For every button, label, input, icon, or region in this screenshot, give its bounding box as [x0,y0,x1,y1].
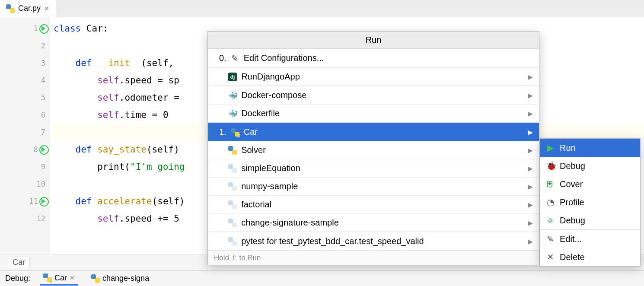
close-icon[interactable]: ✕ [44,5,50,13]
line-number: 7 [41,128,45,137]
chevron-right-icon: ▶ [528,238,533,245]
pytest-icon [228,237,237,246]
run-config-solver[interactable]: Solver ▶ [208,141,539,159]
popup-hint: Hold ⇧ to Run [208,250,539,265]
submenu-profile[interactable]: ◔ Profile [540,193,640,211]
gutter: 1 2 3 4 5 6 7 8 9 10 11 12 [0,17,50,254]
file-tab-car[interactable]: Car.py ✕ [0,0,56,17]
run-config-djangoapp[interactable]: dj RunDjangoApp ▶ [208,67,539,86]
run-popup: Run 0. ✎ Edit Configurations... dj RunDj… [207,31,539,265]
submenu-debug-alt[interactable]: ⎆ Debug [540,211,640,229]
chevron-right-icon: ▶ [528,147,533,154]
submenu-run[interactable]: ▶ Run [540,139,640,157]
line-number: 12 [37,214,45,223]
line-number: 1 [34,24,38,33]
chevron-right-icon: ▶ [528,219,533,226]
run-line-icon[interactable] [41,26,45,31]
edit-icon: ✎ [231,53,239,64]
run-submenu: ▶ Run 🐞 Debug ⛨ Cover ◔ Profile ⎆ Debug … [539,138,641,267]
chevron-right-icon: ▶ [528,201,533,208]
edit-icon: ✎ [546,234,555,244]
docker-icon: 🐳 [228,91,237,100]
debug-toolbar: Debug: Car ✕ change-signa [0,270,644,286]
run-config-dockerfile[interactable]: 🐳 Dockerfile ▶ [208,104,539,122]
submenu-debug[interactable]: 🐞 Debug [540,157,640,175]
python-icon [228,182,237,191]
chevron-right-icon: ▶ [528,73,533,80]
debug-tab-car[interactable]: Car ✕ [40,272,78,286]
line-number: 6 [41,111,45,119]
submenu-cover[interactable]: ⛨ Cover [540,175,640,193]
submenu-delete[interactable]: ✕ Delete [540,248,640,266]
popup-title: Run [208,32,539,49]
chevron-right-icon: ▶ [528,92,533,99]
delete-icon: ✕ [546,252,555,262]
run-config-docker-compose[interactable]: 🐳 Docker-compose ▶ [208,86,539,104]
run-config-change-signature-sample[interactable]: change-signature-sample ▶ [208,213,539,232]
chevron-right-icon: ▶ [528,110,533,117]
line-number: 8 [34,145,38,154]
run-config-factorial[interactable]: factorial ▶ [208,195,539,213]
debug-run-icon: ⎆ [546,216,555,226]
chevron-right-icon: ▶ [528,129,533,136]
python-icon [231,128,239,137]
tab-label: Car.py [18,4,41,13]
line-number: 5 [41,93,45,102]
tab-bar: Car.py ✕ [0,0,644,17]
python-file-icon [6,4,15,13]
edit-configurations[interactable]: 0. ✎ Edit Configurations... [208,49,539,67]
run-line-icon[interactable] [41,147,45,152]
run-config-pytest[interactable]: pytest for test_pytest_bdd_car.test_spee… [208,232,539,250]
python-icon [228,146,237,155]
run-icon: ▶ [546,143,555,153]
chevron-right-icon: ▶ [528,183,533,190]
line-number: 3 [41,59,45,67]
line-number: 9 [41,162,45,171]
run-config-simpleequation[interactable]: simpleEquation ▶ [208,159,539,177]
close-icon[interactable]: ✕ [70,274,75,281]
docker-icon: 🐳 [228,109,237,118]
python-icon [228,164,237,173]
python-icon [91,274,100,283]
chevron-right-icon: ▶ [528,165,533,172]
submenu-edit[interactable]: ✎ Edit... [540,230,640,248]
debug-label: Debug: [5,274,30,283]
line-number: 2 [41,41,45,50]
run-config-numpy-sample[interactable]: numpy-sample ▶ [208,177,539,195]
line-number: 4 [41,76,45,85]
shield-icon: ⛨ [546,179,555,189]
python-icon [228,219,237,227]
line-number: 11 [29,197,38,206]
run-config-car[interactable]: 1. Car ▶ [208,123,539,141]
python-icon [43,273,52,282]
debug-tab-change-signature[interactable]: change-signa [88,272,153,285]
python-icon [228,200,237,209]
breadcrumb-car[interactable]: Car [8,257,30,268]
run-line-icon[interactable] [41,199,45,204]
bug-icon: 🐞 [546,161,555,171]
django-icon: dj [228,73,237,81]
clock-icon: ◔ [546,197,555,207]
line-number: 10 [37,180,45,188]
